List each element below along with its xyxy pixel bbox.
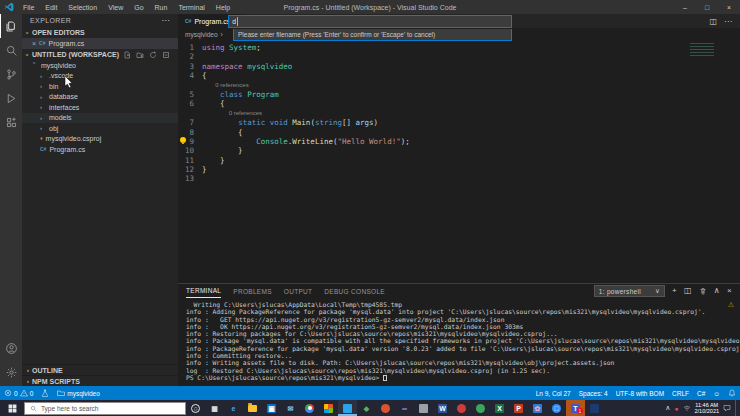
settings-gear-icon[interactable] <box>0 360 22 384</box>
code-line[interactable]: 3namespace mysqlvideo <box>178 62 740 71</box>
refresh-icon[interactable] <box>149 51 157 59</box>
editor-more-actions-icon[interactable]: ⋯ <box>724 17 732 26</box>
account-icon[interactable] <box>0 336 22 360</box>
code-line[interactable]: 7 static void Main(string[] args) <box>178 118 740 127</box>
taskbar-app-whiteboard-app[interactable]: ✿ <box>528 400 547 416</box>
taskbar-app-opera-orange-app[interactable] <box>376 400 395 416</box>
tree-item-obj[interactable]: ›obj <box>22 123 178 134</box>
tab-problems[interactable]: PROBLEMS <box>233 288 272 295</box>
cursor-position-status[interactable]: Ln 9, Col 27 <box>532 386 575 400</box>
tree-item-program-cs[interactable]: C#Program.cs <box>22 144 178 155</box>
taskbar-app-green-app[interactable] <box>471 400 490 416</box>
tab-output[interactable]: OUTPUT <box>284 288 313 295</box>
lightbulb-icon[interactable] <box>180 137 186 143</box>
tree-item--vscode[interactable]: ›.vscode <box>22 71 178 82</box>
taskbar-app-cortana[interactable]: ○ <box>186 400 205 416</box>
menu-terminal[interactable]: Terminal <box>173 3 209 12</box>
taskbar-app-vscode[interactable] <box>338 400 357 416</box>
run-debug-icon[interactable] <box>0 86 22 110</box>
menu-run[interactable]: Run <box>150 3 173 12</box>
taskbar-app-gray-app[interactable] <box>414 400 433 416</box>
extensions-icon[interactable] <box>0 110 22 134</box>
code-line[interactable]: 5 class Program <box>178 90 740 99</box>
taskbar-app-word[interactable]: W <box>433 400 452 416</box>
explorer-icon[interactable] <box>0 14 22 38</box>
taskbar-app-powerpoint[interactable]: P <box>509 400 528 416</box>
taskbar-search[interactable]: Type here to search <box>24 402 186 415</box>
menu-selection[interactable]: Selection <box>63 3 102 12</box>
project-status[interactable]: mysqlvideo <box>53 386 104 400</box>
new-folder-icon[interactable] <box>136 51 144 59</box>
kill-terminal-icon[interactable] <box>699 287 707 295</box>
menu-file[interactable]: File <box>18 3 39 12</box>
taskbar-app-file-explorer[interactable] <box>243 400 262 416</box>
encoding-status[interactable]: UTF-8 with BOM <box>612 386 668 400</box>
code-line[interactable]: 1using System; <box>178 43 740 52</box>
feedback-smiley-icon[interactable]: ☺ <box>709 386 724 400</box>
taskbar-clock[interactable]: 11:46 AM 2/10/2021 <box>695 402 719 414</box>
taskbar-app-navy-app[interactable] <box>585 400 604 416</box>
tree-item-mysqlvideo-csproj[interactable]: ♦mysqlvideo.csproj <box>22 134 178 145</box>
open-editor-item[interactable]: × C# Program.cs <box>22 38 178 49</box>
code-line[interactable]: 12} <box>178 165 740 174</box>
collapse-folders-icon[interactable] <box>162 51 170 59</box>
menu-go[interactable]: Go <box>129 3 148 12</box>
taskbar-app-edge[interactable]: e <box>224 400 243 416</box>
search-icon[interactable] <box>0 38 22 62</box>
taskbar-app-visual-studio[interactable]: ∞ <box>395 400 414 416</box>
indentation-status[interactable]: Spaces: 4 <box>575 386 612 400</box>
language-mode-status[interactable]: C# <box>693 386 709 400</box>
code-line[interactable]: 6 { <box>178 99 740 108</box>
tree-item-bin[interactable]: ›bin <box>22 81 178 92</box>
breadcrumb-item[interactable]: mysqlvideo <box>185 31 218 38</box>
source-control-icon[interactable] <box>0 62 22 86</box>
maximize-panel-icon[interactable]: ∧ <box>714 287 720 295</box>
network-wifi-icon[interactable] <box>683 404 691 412</box>
outline-section[interactable]: › OUTLINE <box>22 364 178 375</box>
problems-status[interactable]: 0 0 <box>0 386 37 400</box>
tree-item-interfaces[interactable]: ›interfaces <box>22 102 178 113</box>
explorer-more-actions-icon[interactable]: ⋯ <box>162 16 170 25</box>
taskbar-app-zoom[interactable]: □ <box>547 400 566 416</box>
taskbar-app-teams[interactable]: T1 <box>566 400 585 416</box>
hidden-icons-chevron[interactable]: ∧ <box>665 404 670 412</box>
npm-scripts-section[interactable]: › NPM SCRIPTS <box>22 375 178 386</box>
minimize-button[interactable]: – <box>674 0 696 14</box>
tree-item-mysqlvideo[interactable]: ›mysqlvideo <box>22 60 178 71</box>
menu-edit[interactable]: Edit <box>40 3 62 12</box>
code-line[interactable]: 8 { <box>178 128 740 137</box>
open-editors-section[interactable]: › OPEN EDITORS <box>22 27 178 38</box>
taskbar-app-photos-app[interactable] <box>319 400 338 416</box>
close-editor-icon[interactable]: × <box>32 40 36 47</box>
action-center-icon[interactable] <box>723 404 731 412</box>
taskbar-app-microsoft-store[interactable]: ▣ <box>262 400 281 416</box>
tree-item-database[interactable]: ›database <box>22 92 178 103</box>
code-line[interactable]: 11 } <box>178 156 740 165</box>
minimap[interactable] <box>690 42 714 56</box>
beaker-status[interactable] <box>37 386 53 400</box>
split-terminal-icon[interactable]: ◫ <box>684 287 692 295</box>
close-panel-icon[interactable]: × <box>727 287 732 295</box>
maximize-button[interactable]: □ <box>696 0 718 14</box>
code-line[interactable]: 2 <box>178 52 740 61</box>
show-desktop-button[interactable] <box>735 400 738 416</box>
menu-view[interactable]: View <box>103 3 128 12</box>
notifications-bell-icon[interactable] <box>724 386 740 400</box>
split-editor-icon[interactable]: ◫ <box>709 17 717 26</box>
code-line[interactable]: 10 } <box>178 146 740 155</box>
menu-help[interactable]: Help <box>211 3 235 12</box>
tree-item-models[interactable]: ›models <box>22 113 178 124</box>
taskbar-app-task-view[interactable]: ▦ <box>205 400 224 416</box>
taskbar-app-chrome[interactable] <box>300 400 319 416</box>
code-line[interactable]: 9 Console.WriteLine("Hello World!"); <box>178 137 740 146</box>
tab-terminal[interactable]: TERMINAL <box>186 285 221 298</box>
close-button[interactable]: × <box>718 0 740 14</box>
taskbar-app-minitab[interactable] <box>452 400 471 416</box>
new-file-icon[interactable] <box>123 51 131 59</box>
tab-debug-console[interactable]: DEBUG CONSOLE <box>324 288 385 295</box>
code-area[interactable]: 1using System;23namespace mysqlvideo4{0 … <box>178 43 740 184</box>
filename-input[interactable]: d <box>228 15 512 28</box>
start-button[interactable] <box>0 400 24 416</box>
terminal-shell-select[interactable]: 1: powershell ∨ <box>594 285 665 297</box>
tray-security-icon[interactable]: ● <box>674 405 678 412</box>
